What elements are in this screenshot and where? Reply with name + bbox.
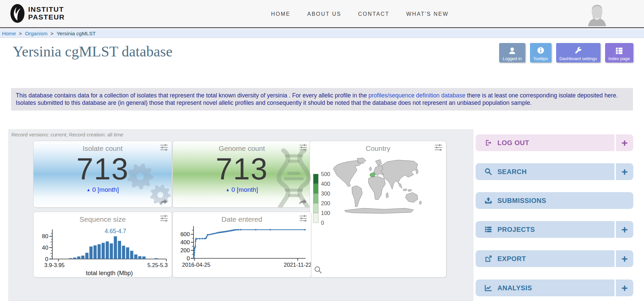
export-expand-button[interactable]: + bbox=[616, 250, 633, 267]
breadcrumb-organism[interactable]: Organism bbox=[25, 31, 47, 36]
record-filter-status: Record versions: current; Record creatio… bbox=[11, 132, 123, 137]
widget-settings-icon[interactable] bbox=[160, 144, 168, 151]
svg-text:40: 40 bbox=[42, 245, 48, 251]
widget-settings-icon[interactable] bbox=[160, 215, 168, 222]
date-entered-widget: Date entered 02004006002016-04-252021-11… bbox=[172, 212, 311, 277]
index-page-button[interactable]: Index page bbox=[605, 43, 633, 62]
share-arrow-icon[interactable] bbox=[160, 199, 168, 205]
widget-settings-icon[interactable] bbox=[434, 144, 443, 151]
upload-icon bbox=[484, 197, 492, 204]
isolate-count-value: 713 bbox=[34, 154, 172, 184]
page-title: Yersinia cgMLST database bbox=[13, 43, 172, 60]
grid-icon bbox=[615, 46, 624, 55]
sequence-size-title: Sequence size bbox=[34, 215, 172, 223]
logo-line1: INSTITUT bbox=[28, 6, 65, 13]
submissions-button[interactable]: SUBMISSIONS bbox=[476, 192, 633, 209]
svg-text:200: 200 bbox=[321, 200, 330, 206]
svg-text:500: 500 bbox=[321, 171, 330, 177]
svg-text:0: 0 bbox=[321, 220, 324, 226]
svg-text:3.9-3.95: 3.9-3.95 bbox=[44, 262, 65, 268]
svg-text:0: 0 bbox=[45, 256, 48, 262]
database-description: This database contains data for a collec… bbox=[11, 88, 633, 111]
main-nav: HOME ABOUT US CONTACT WHAT'S NEW bbox=[271, 0, 449, 28]
breadcrumb-current: Yersinia cgMLST bbox=[57, 31, 96, 36]
search-icon bbox=[484, 168, 492, 176]
svg-text:2021-11-22: 2021-11-22 bbox=[284, 262, 311, 268]
pasteur-portrait-image bbox=[583, 2, 611, 26]
sidebar-row-projects: PROJECTS + bbox=[476, 221, 633, 238]
user-icon bbox=[508, 46, 517, 55]
isolate-count-widget: Isolate count 713 ▲ 0 [month] bbox=[33, 141, 172, 208]
svg-text:200: 200 bbox=[180, 247, 190, 254]
seqdef-database-link[interactable]: profiles/sequence definition database bbox=[369, 92, 466, 99]
sign-out-icon bbox=[484, 139, 492, 146]
svg-text:400: 400 bbox=[180, 239, 190, 246]
nav-home[interactable]: HOME bbox=[271, 11, 290, 17]
svg-text:4.65-4.7: 4.65-4.7 bbox=[105, 228, 126, 234]
svg-text:300: 300 bbox=[321, 190, 330, 197]
isolate-count-title: Isolate count bbox=[34, 144, 172, 153]
breadcrumb-separator: > bbox=[19, 31, 22, 36]
sidebar-row-submissions: SUBMISSIONS bbox=[476, 192, 633, 209]
site-header: INSTITUT PASTEUR HOME ABOUT US CONTACT W… bbox=[0, 0, 644, 28]
world-choropleth-map[interactable]: 5004003002001000 bbox=[310, 155, 446, 255]
widget-settings-icon[interactable] bbox=[299, 144, 308, 151]
logout-button[interactable]: LOG OUT bbox=[476, 134, 614, 151]
svg-text:100: 100 bbox=[321, 210, 330, 216]
genome-count-trend: ▲ 0 [month] bbox=[173, 186, 311, 194]
analysis-button[interactable]: ANALYSIS bbox=[476, 280, 614, 296]
country-map-widget: Country 5004003002001000 bbox=[310, 141, 446, 277]
sequence-size-widget: Sequence size 040804.65-4.73.9-3.955.25-… bbox=[33, 212, 172, 277]
sidebar-row-export: EXPORT + bbox=[476, 250, 633, 267]
svg-text:total length (Mbp): total length (Mbp) bbox=[86, 270, 133, 276]
tooltips-button[interactable]: Tooltips bbox=[530, 43, 551, 62]
svg-text:0: 0 bbox=[187, 255, 190, 262]
genome-count-value: 713 bbox=[173, 154, 311, 184]
chart-line-icon bbox=[484, 284, 492, 292]
sidebar-row-search: SEARCH + bbox=[476, 163, 633, 180]
svg-text:600: 600 bbox=[180, 231, 190, 238]
table-icon bbox=[484, 226, 492, 233]
widget-settings-icon[interactable] bbox=[299, 215, 308, 222]
info-icon bbox=[536, 46, 545, 55]
projects-button[interactable]: PROJECTS bbox=[476, 221, 614, 238]
share-arrow-icon[interactable] bbox=[299, 199, 307, 205]
sidebar-row-logout: LOG OUT + bbox=[476, 134, 633, 151]
genome-count-widget: Genome count 713 ▲ 0 [month] bbox=[172, 141, 311, 208]
search-button[interactable]: SEARCH bbox=[476, 163, 614, 180]
institut-pasteur-logo[interactable]: INSTITUT PASTEUR bbox=[10, 4, 65, 23]
svg-text:400: 400 bbox=[321, 181, 330, 187]
dashboard-panel: Record versions: current; Record creatio… bbox=[8, 129, 473, 301]
toolbar: Logged in Tooltips Dashboard settings In… bbox=[499, 43, 633, 62]
description-text-before: This database contains data for a collec… bbox=[16, 92, 369, 99]
analysis-expand-button[interactable]: + bbox=[616, 280, 633, 296]
nav-contact[interactable]: CONTACT bbox=[358, 11, 390, 17]
sidebar-row-analysis: ANALYSIS + bbox=[476, 280, 633, 296]
svg-text:80: 80 bbox=[42, 233, 48, 240]
genome-count-title: Genome count bbox=[173, 144, 311, 153]
svg-text:5.25-5.3: 5.25-5.3 bbox=[147, 262, 168, 268]
projects-expand-button[interactable]: + bbox=[616, 221, 633, 238]
nav-about-us[interactable]: ABOUT US bbox=[307, 11, 341, 17]
logo-line2: PASTEUR bbox=[28, 13, 65, 21]
wrench-icon bbox=[574, 46, 583, 55]
dashboard-settings-button[interactable]: Dashboard settings bbox=[556, 43, 600, 62]
isolate-count-trend: ▲ 0 [month] bbox=[34, 186, 172, 194]
logout-expand-button[interactable]: + bbox=[616, 134, 633, 151]
map-zoom-icon[interactable] bbox=[314, 266, 322, 274]
trend-up-icon: ▲ bbox=[87, 187, 91, 192]
nav-whats-new[interactable]: WHAT'S NEW bbox=[406, 11, 448, 17]
breadcrumb-home[interactable]: Home bbox=[2, 31, 16, 36]
breadcrumb-separator: > bbox=[51, 31, 54, 36]
export-button[interactable]: EXPORT bbox=[476, 250, 614, 267]
sequence-size-histogram: 040804.65-4.73.9-3.955.25-5.3total lengt… bbox=[34, 223, 172, 277]
date-entered-line-chart: 02004006002016-04-252021-11-22 bbox=[173, 223, 311, 277]
trend-up-icon: ▲ bbox=[226, 187, 230, 192]
country-map-title: Country bbox=[310, 144, 446, 153]
date-entered-title: Date entered bbox=[173, 215, 311, 223]
svg-text:2016-04-25: 2016-04-25 bbox=[182, 262, 210, 268]
logged-in-button[interactable]: Logged in bbox=[499, 43, 525, 62]
pasteur-logo-icon bbox=[10, 4, 25, 23]
breadcrumb: Home>Organism>Yersinia cgMLST bbox=[0, 29, 644, 38]
search-expand-button[interactable]: + bbox=[616, 163, 633, 180]
